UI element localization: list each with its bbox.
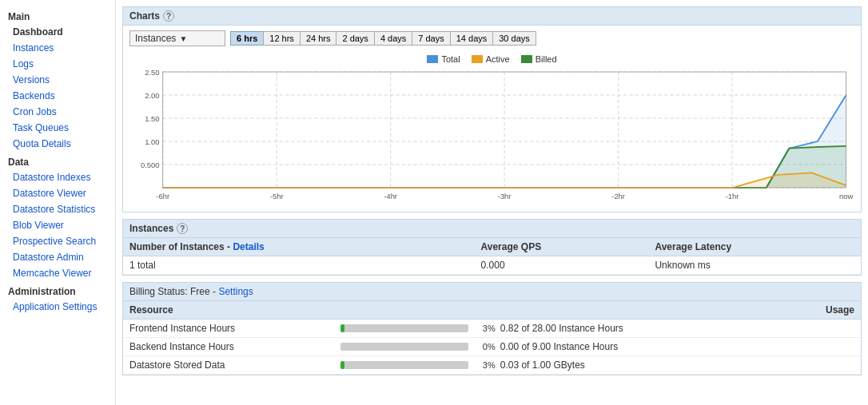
- instances-latency: Unknown ms: [648, 256, 861, 275]
- billing-resource: Backend Instance Hours: [123, 338, 334, 356]
- chevron-down-icon: ▼: [179, 34, 187, 43]
- charts-controls: Instances ▼ 6 hrs12 hrs24 hrs2 days4 day…: [123, 26, 861, 51]
- billing-status-text: Billing Status: Free -: [129, 286, 218, 297]
- sidebar-item-datastore-viewer[interactable]: Datastore Viewer: [0, 185, 115, 201]
- sidebar-main-items: DashboardInstancesLogsVersionsBackendsCr…: [0, 24, 115, 152]
- time-button-24-hrs[interactable]: 24 hrs: [300, 31, 337, 46]
- chart-legend: TotalActiveBilled: [129, 51, 854, 66]
- billing-tbody: Frontend Instance Hours3%0.82 of 28.00 I…: [123, 320, 861, 375]
- billing-resource: Frontend Instance Hours: [123, 320, 334, 338]
- usage-text: 0.82 of 28.00 Instance Hours: [500, 323, 623, 334]
- sidebar-data-items: Datastore IndexesDatastore ViewerDatasto…: [0, 169, 115, 281]
- progress-container: 0%0.00 of 9.00 Instance Hours: [340, 341, 854, 352]
- instances-count: 1 total: [123, 256, 475, 275]
- charts-title: Charts: [129, 10, 160, 22]
- sidebar-item-datastore-statistics[interactable]: Datastore Statistics: [0, 201, 115, 217]
- svg-text:-2hr: -2hr: [611, 193, 625, 201]
- instances-header: Instances ?: [123, 220, 861, 238]
- svg-text:now: now: [839, 193, 854, 201]
- sidebar-item-datastore-indexes[interactable]: Datastore Indexes: [0, 169, 115, 185]
- instances-qps: 0.000: [475, 256, 649, 275]
- sidebar: Main DashboardInstancesLogsVersionsBacke…: [0, 0, 116, 405]
- svg-text:0.500: 0.500: [141, 161, 159, 169]
- charts-dropdown[interactable]: Instances ▼: [129, 30, 225, 46]
- time-button-12-hrs[interactable]: 12 hrs: [263, 31, 301, 46]
- usage-text: 0.00 of 9.00 Instance Hours: [500, 341, 618, 352]
- time-button-7-days[interactable]: 7 days: [412, 31, 450, 46]
- instances-title: Instances: [129, 223, 173, 234]
- sidebar-item-task-queues[interactable]: Task Queues: [0, 120, 115, 136]
- instances-help-icon[interactable]: ?: [177, 223, 188, 234]
- instances-row: 1 total 0.000 Unknown ms: [123, 256, 861, 275]
- time-button-2-days[interactable]: 2 days: [336, 31, 374, 46]
- chart-area: TotalActiveBilled 2.502.001.501.000.500-…: [123, 51, 861, 212]
- sidebar-admin-items: Application Settings: [0, 299, 115, 315]
- svg-text:-6hr: -6hr: [156, 193, 169, 201]
- legend-item-billed: Billed: [521, 54, 557, 64]
- sidebar-item-logs[interactable]: Logs: [0, 56, 115, 72]
- instances-section: Instances ? Number of Instances - Detail…: [122, 219, 862, 276]
- billing-table: Resource Usage Frontend Instance Hours3%…: [123, 301, 861, 375]
- progress-pct: 3%: [473, 324, 496, 333]
- details-link[interactable]: Details: [233, 241, 264, 252]
- billing-usage: 0%0.00 of 9.00 Instance Hours: [334, 338, 861, 356]
- sidebar-section-main: Main: [0, 6, 115, 24]
- billing-settings-link[interactable]: Settings: [218, 286, 253, 297]
- svg-text:1.50: 1.50: [145, 115, 159, 123]
- col-qps-header: Average QPS: [475, 238, 649, 256]
- time-button-30-days[interactable]: 30 days: [492, 31, 536, 46]
- sidebar-item-datastore-admin[interactable]: Datastore Admin: [0, 249, 115, 265]
- legend-label-active: Active: [486, 54, 510, 64]
- billing-resource: Datastore Stored Data: [123, 356, 334, 375]
- main-content: Charts ? Instances ▼ 6 hrs12 hrs24 hrs2 …: [116, 0, 868, 405]
- svg-text:-5hr: -5hr: [270, 193, 284, 201]
- charts-header: Charts ?: [123, 7, 861, 26]
- legend-item-active: Active: [472, 54, 510, 64]
- instances-table: Number of Instances - Details Average QP…: [123, 238, 861, 275]
- svg-text:-3hr: -3hr: [498, 193, 512, 201]
- sidebar-item-prospective-search[interactable]: Prospective Search: [0, 233, 115, 249]
- sidebar-section-admin: Administration: [0, 281, 115, 299]
- svg-text:-1hr: -1hr: [726, 193, 739, 201]
- chart-container: 2.502.001.501.000.500-6hr-5hr-4hr-3hr-2h…: [129, 66, 854, 205]
- time-buttons-group: 6 hrs12 hrs24 hrs2 days4 days7 days14 da…: [230, 31, 536, 46]
- sidebar-section-data: Data: [0, 152, 115, 169]
- legend-label-billed: Billed: [536, 54, 557, 64]
- sidebar-item-cron-jobs[interactable]: Cron Jobs: [0, 104, 115, 120]
- billing-row: Datastore Stored Data3%0.03 of 1.00 GByt…: [123, 356, 861, 375]
- billing-usage: 3%0.82 of 28.00 Instance Hours: [334, 320, 861, 338]
- billing-row: Backend Instance Hours0%0.00 of 9.00 Ins…: [123, 338, 861, 356]
- billing-usage: 3%0.03 of 1.00 GBytes: [334, 356, 861, 375]
- sidebar-item-dashboard[interactable]: Dashboard: [0, 24, 115, 40]
- svg-text:-4hr: -4hr: [384, 193, 397, 201]
- sidebar-item-instances[interactable]: Instances: [0, 40, 115, 56]
- charts-help-icon[interactable]: ?: [163, 10, 174, 22]
- time-button-14-days[interactable]: 14 days: [450, 31, 494, 46]
- sidebar-item-memcache-viewer[interactable]: Memcache Viewer: [0, 265, 115, 281]
- sidebar-item-backends[interactable]: Backends: [0, 88, 115, 104]
- col-resource-header: Resource: [123, 301, 334, 320]
- time-button-6-hrs[interactable]: 6 hrs: [230, 31, 264, 46]
- sidebar-item-quota-details[interactable]: Quota Details: [0, 136, 115, 152]
- legend-color-total: [427, 55, 438, 63]
- progress-bar-fill: [340, 324, 344, 332]
- charts-dropdown-value: Instances: [135, 33, 176, 44]
- progress-pct: 0%: [473, 342, 496, 351]
- billing-section: Billing Status: Free - Settings Resource…: [122, 282, 862, 375]
- charts-section: Charts ? Instances ▼ 6 hrs12 hrs24 hrs2 …: [122, 6, 862, 212]
- legend-item-total: Total: [427, 54, 460, 64]
- col-instances-header: Number of Instances - Details: [123, 238, 475, 256]
- sidebar-item-blob-viewer[interactable]: Blob Viewer: [0, 217, 115, 233]
- progress-bar-bg: [340, 361, 468, 369]
- time-button-4-days[interactable]: 4 days: [374, 31, 412, 46]
- svg-text:1.00: 1.00: [145, 138, 159, 146]
- progress-container: 3%0.82 of 28.00 Instance Hours: [340, 323, 854, 334]
- col-latency-header: Average Latency: [648, 238, 861, 256]
- legend-color-billed: [521, 55, 532, 63]
- progress-pct: 3%: [473, 360, 496, 370]
- usage-text: 0.03 of 1.00 GBytes: [500, 359, 585, 371]
- sidebar-item-versions[interactable]: Versions: [0, 72, 115, 88]
- sidebar-item-application-settings[interactable]: Application Settings: [0, 299, 115, 315]
- col-usage-header: Usage: [334, 301, 861, 320]
- progress-bar-bg: [340, 343, 468, 351]
